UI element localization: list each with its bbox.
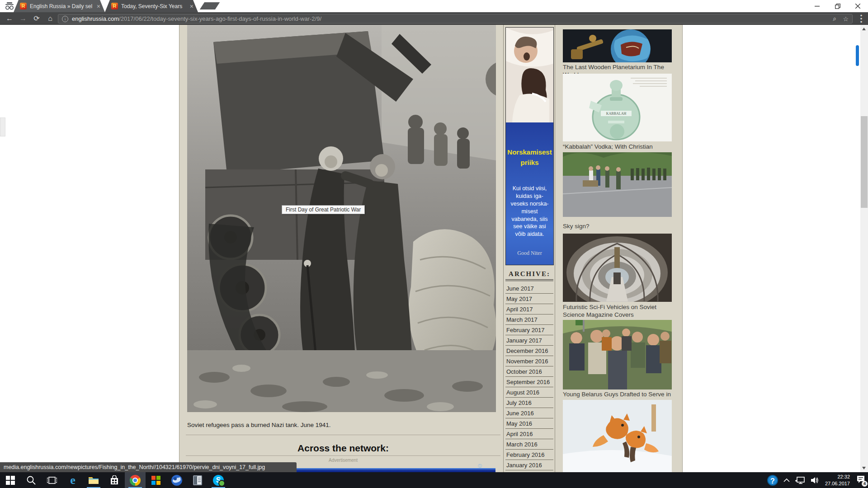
page-viewport: First Day of Great Patriotic War Soviet … <box>0 25 860 472</box>
adchoices-icon[interactable]: ⓘ <box>478 463 482 469</box>
archive-month-link[interactable]: April 2016 <box>505 429 553 439</box>
edge-icon[interactable]: e <box>62 472 83 488</box>
archive-widget: ARCHIVE: June 2017May 2017April 2017Marc… <box>505 270 553 472</box>
photo-caption: Soviet refugees pass a burned Nazi tank.… <box>187 422 330 428</box>
scroll-down-arrow[interactable] <box>862 467 866 469</box>
archive-heading: ARCHIVE: <box>505 270 553 281</box>
related-thumb-planetarium[interactable] <box>563 29 672 62</box>
side-widget-stub <box>0 117 5 136</box>
chrome-icon[interactable] <box>125 472 146 488</box>
volume-icon[interactable] <box>811 477 820 484</box>
column-divider <box>503 25 504 472</box>
archive-month-link[interactable]: October 2016 <box>505 366 553 377</box>
tab-today-seventy-six[interactable]: R Today, Seventy-Six Years × <box>105 0 198 12</box>
browser-titlebar: R English Russia » Daily sel × R Today, … <box>0 0 868 12</box>
scrollbar-thumb[interactable] <box>861 116 868 208</box>
microsoft-app-icon[interactable] <box>146 472 166 488</box>
scroll-marker <box>856 45 859 66</box>
skype-icon[interactable]: S <box>208 472 229 488</box>
related-thumb-tunnel[interactable] <box>563 234 672 302</box>
notification-badge: 4 <box>862 481 868 487</box>
site-content: First Day of Great Patriotic War Soviet … <box>179 25 683 472</box>
text-editor-icon[interactable] <box>187 472 208 488</box>
archive-month-link[interactable]: January 2017 <box>505 335 553 346</box>
ad-title: Norskamisest priiks <box>506 122 553 168</box>
archive-month-link[interactable]: November 2016 <box>505 356 553 366</box>
chrome-menu-icon[interactable]: ••• <box>858 14 864 23</box>
ad-body: Kui otsid viisi, kuidas iga- veseks nors… <box>506 185 553 238</box>
sidebar-ad[interactable]: Norskamisest priiks Kui otsid viisi, kui… <box>505 27 554 265</box>
archive-month-link[interactable]: February 2016 <box>505 450 553 460</box>
start-button[interactable] <box>0 472 21 488</box>
ad-photo <box>506 28 553 122</box>
archive-month-link[interactable]: December 2016 <box>505 346 553 356</box>
restore-button[interactable] <box>827 0 848 12</box>
network-icon[interactable] <box>795 476 805 484</box>
incognito-icon <box>4 1 15 13</box>
tab-close-icon[interactable]: × <box>96 3 101 9</box>
forward-icon[interactable]: → <box>16 14 30 23</box>
archive-month-link[interactable]: August 2016 <box>505 387 553 398</box>
windows-store-icon[interactable] <box>104 472 125 488</box>
search-icon[interactable]: ⌕ <box>833 15 837 23</box>
tab-close-icon[interactable]: × <box>189 3 194 9</box>
related-caption[interactable]: Sky sign? <box>563 223 672 230</box>
bookmark-star-icon[interactable]: ☆ <box>843 15 849 23</box>
related-posts-column: The Last Wooden Planetarium In The World… <box>563 25 672 472</box>
related-thumb-vodka[interactable]: KABBALAH <box>563 74 672 141</box>
archive-month-link[interactable]: March 2017 <box>505 314 553 325</box>
related-thumb-draftees[interactable] <box>563 320 672 389</box>
windows-taskbar: e S <box>0 472 868 488</box>
minimize-button[interactable] <box>807 0 827 12</box>
archive-month-link[interactable]: May 2016 <box>505 418 553 429</box>
thunderbird-icon[interactable] <box>166 472 187 488</box>
related-caption[interactable]: Futuristic Sci-Fi Vehicles on Soviet Sci… <box>563 304 672 319</box>
refugees-tank-photo <box>187 25 496 412</box>
clock-time: 22:32 <box>825 474 850 480</box>
site-favicon: R <box>111 3 118 9</box>
archive-month-link[interactable]: January 2016 <box>505 460 553 470</box>
url-host: englishrussia.com <box>72 15 119 22</box>
site-favicon: R <box>20 3 27 9</box>
tab-title: English Russia » Daily sel <box>30 3 93 9</box>
task-view-button[interactable] <box>42 472 62 488</box>
svg-text:KABBALAH: KABBALAH <box>606 112 627 116</box>
system-tray: ? 22:32 27.06.2017 4 <box>767 472 868 488</box>
banner-ad[interactable] <box>285 468 495 472</box>
new-tab-button[interactable] <box>200 2 220 9</box>
article-photo[interactable] <box>187 25 496 412</box>
archive-month-link[interactable]: February 2017 <box>505 325 553 335</box>
archive-month-link[interactable]: June 2016 <box>505 408 553 418</box>
column-divider <box>555 25 555 472</box>
archive-month-link[interactable]: September 2016 <box>505 377 553 387</box>
ad-brand: Good Niter <box>506 250 553 257</box>
across-network-heading: Across the network: <box>186 443 500 454</box>
tab-title: Today, Seventy-Six Years <box>121 3 186 9</box>
archive-month-link[interactable]: April 2017 <box>505 304 553 314</box>
page-scrollbar[interactable] <box>860 25 868 472</box>
get-help-icon[interactable]: ? <box>767 475 778 486</box>
archive-month-link[interactable]: June 2017 <box>505 283 553 294</box>
archive-month-link[interactable]: July 2016 <box>505 398 553 408</box>
page-info-icon[interactable]: i <box>62 16 68 22</box>
image-tooltip: First Day of Great Patriotic War <box>282 205 365 214</box>
related-thumb-foxes[interactable] <box>563 400 672 472</box>
back-icon[interactable]: ← <box>3 14 16 23</box>
address-bar[interactable]: i englishrussia.com/2017/06/22/today-sev… <box>58 14 853 23</box>
ad-text-area: Norskamisest priiks Kui otsid viisi, kui… <box>506 122 553 265</box>
home-icon[interactable]: ⌂ <box>43 14 57 23</box>
search-button[interactable] <box>21 472 42 488</box>
divider <box>186 435 500 435</box>
tab-english-russia[interactable]: R English Russia » Daily sel × <box>14 0 105 12</box>
reload-icon[interactable]: ⟳ <box>30 14 43 23</box>
scroll-up-arrow[interactable] <box>862 28 866 30</box>
file-explorer-icon[interactable] <box>83 472 104 488</box>
action-center-icon[interactable]: 4 <box>856 475 865 485</box>
archive-month-link[interactable]: March 2016 <box>505 439 553 450</box>
link-preview-statusbar: media.englishrussia.com/newpictures/Fish… <box>0 462 297 472</box>
close-button[interactable] <box>848 0 868 12</box>
taskbar-clock[interactable]: 22:32 27.06.2017 <box>825 474 850 487</box>
related-thumb-parade[interactable] <box>563 152 672 217</box>
archive-month-link[interactable]: May 2017 <box>505 294 553 304</box>
tray-expand-icon[interactable] <box>783 478 790 482</box>
